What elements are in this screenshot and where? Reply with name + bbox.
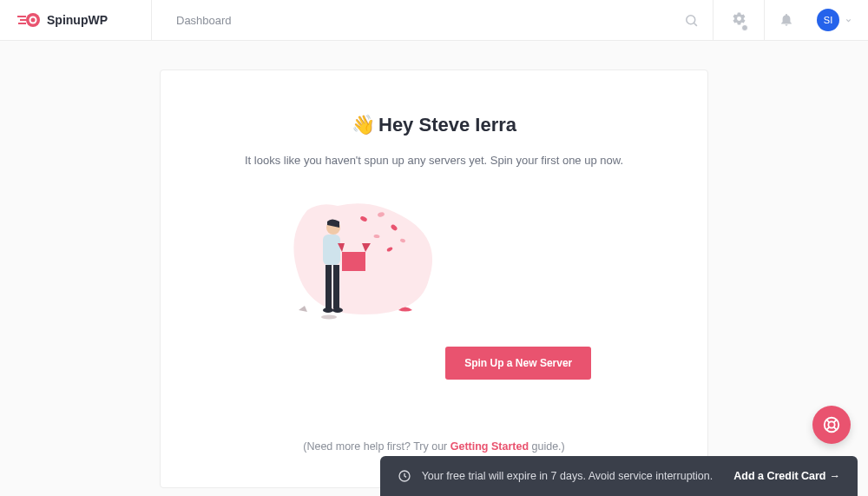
- help-text: (Need more help first? Try our Getting S…: [195, 440, 673, 453]
- svg-rect-3: [18, 23, 26, 24]
- svg-line-25: [834, 420, 837, 422]
- help-prefix: (Need more help first? Try our: [303, 440, 450, 453]
- svg-point-13: [323, 308, 333, 313]
- add-credit-card-link[interactable]: Add a Credit Card →: [733, 470, 840, 482]
- toast-message: Your free trial will expire in 7 days. A…: [422, 470, 713, 482]
- svg-line-24: [834, 427, 837, 430]
- toast-action-label: Add a Credit Card: [733, 470, 825, 482]
- app-header: SpinupWP Dashboard SI: [0, 0, 868, 41]
- onboarding-subtext: It looks like you haven't spun up any se…: [195, 154, 673, 167]
- bell-icon: [779, 13, 793, 27]
- svg-point-22: [828, 421, 834, 427]
- svg-rect-9: [323, 235, 340, 265]
- lifebuoy-icon: [822, 415, 841, 434]
- help-suffix: guide.): [529, 440, 565, 453]
- svg-point-6: [686, 15, 694, 23]
- svg-line-23: [826, 420, 829, 422]
- svg-rect-11: [326, 265, 332, 308]
- search-button[interactable]: [669, 0, 713, 41]
- brand-logo[interactable]: SpinupWP: [0, 0, 152, 41]
- settings-button[interactable]: [713, 0, 765, 41]
- clock-icon: [398, 469, 411, 483]
- brand-mark-icon: [17, 12, 40, 28]
- svg-rect-1: [17, 16, 26, 17]
- greeting-text: Hey Steve Ierra: [378, 114, 516, 136]
- page-title: Dashboard: [152, 14, 232, 27]
- svg-point-5: [31, 18, 36, 23]
- help-fab-button[interactable]: [812, 406, 851, 444]
- notifications-button[interactable]: [765, 0, 808, 41]
- svg-line-7: [694, 23, 696, 25]
- spin-up-server-button[interactable]: Spin Up a New Server: [445, 347, 591, 380]
- svg-point-8: [321, 315, 337, 320]
- avatar: SI: [817, 9, 839, 31]
- trial-toast: Your free trial will expire in 7 days. A…: [380, 456, 858, 496]
- onboarding-card: 👋Hey Steve Ierra It looks like you haven…: [160, 69, 708, 488]
- search-icon: [684, 13, 699, 28]
- empty-state-illustration: [277, 193, 442, 323]
- svg-point-14: [332, 308, 343, 313]
- arrow-right-icon: →: [830, 470, 841, 482]
- wave-emoji: 👋: [352, 114, 375, 136]
- gear-icon: [732, 11, 746, 26]
- chevron-down-icon: [845, 17, 852, 24]
- user-menu-button[interactable]: SI: [808, 9, 868, 31]
- brand-name: SpinupWP: [47, 13, 108, 27]
- main-content: 👋Hey Steve Ierra It looks like you haven…: [0, 41, 868, 488]
- getting-started-link[interactable]: Getting Started: [450, 440, 529, 453]
- svg-rect-12: [333, 265, 339, 308]
- greeting-heading: 👋Hey Steve Ierra: [195, 114, 673, 136]
- svg-rect-2: [20, 19, 27, 21]
- svg-line-26: [826, 427, 829, 430]
